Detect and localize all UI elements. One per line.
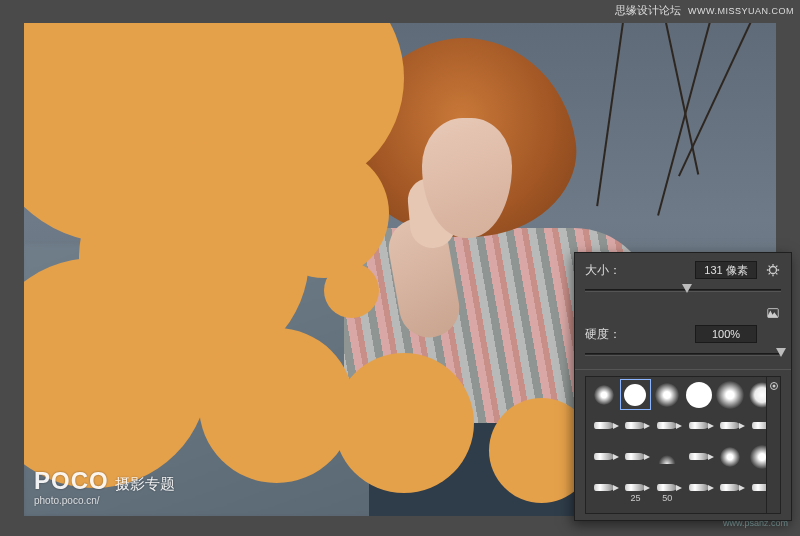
brush-tip-icon	[689, 422, 709, 429]
brush-preset[interactable]	[621, 380, 651, 409]
brush-preset[interactable]	[621, 411, 651, 440]
brush-tip-icon	[689, 453, 709, 460]
hardness-label: 硬度：	[585, 326, 695, 343]
brush-tip-icon	[594, 484, 614, 491]
brush-preset[interactable]	[684, 473, 714, 502]
brush-tip-icon	[625, 422, 645, 429]
svg-point-3	[772, 385, 775, 388]
brush-tip-icon	[689, 484, 709, 491]
slider-track	[585, 353, 781, 356]
new-preset-icon[interactable]	[765, 305, 781, 321]
brush-preset[interactable]	[621, 442, 651, 471]
brush-preset[interactable]	[652, 411, 682, 440]
hardness-input[interactable]: 100%	[695, 325, 757, 343]
brush-tip-icon	[720, 447, 740, 467]
poco-brand: POCO	[34, 467, 109, 494]
brush-preset[interactable]: 25	[621, 473, 651, 502]
preset-size-label: 50	[652, 493, 682, 503]
watermark-top-cn: 思缘设计论坛	[615, 4, 681, 16]
brush-preset[interactable]	[684, 411, 714, 440]
brush-tip-icon	[624, 384, 646, 406]
brush-stroke	[199, 328, 354, 483]
brush-preset[interactable]	[684, 442, 714, 471]
slider-thumb[interactable]	[776, 348, 786, 357]
brush-preset[interactable]	[589, 380, 619, 409]
hardness-slider[interactable]	[585, 347, 781, 361]
size-slider[interactable]	[585, 283, 781, 297]
brush-preset[interactable]	[589, 411, 619, 440]
brush-tip-icon	[594, 385, 614, 405]
brush-preset[interactable]	[716, 442, 746, 471]
brush-preset[interactable]	[716, 473, 746, 502]
brush-preset[interactable]	[589, 442, 619, 471]
preset-picker-button[interactable]	[766, 377, 780, 513]
brush-tip-icon	[686, 382, 712, 408]
brush-stroke	[324, 263, 379, 318]
brush-preset[interactable]	[652, 380, 682, 409]
brush-settings-panel: 大小： 131 像素 硬度： 100% 2550	[574, 252, 792, 521]
poco-url: photo.poco.cn/	[34, 495, 175, 506]
size-label: 大小：	[585, 262, 695, 279]
poco-cn: 摄影专题	[115, 475, 175, 492]
brush-preset[interactable]	[589, 473, 619, 502]
brush-tip-icon	[594, 453, 614, 460]
watermark-top-url: WWW.MISSYUAN.COM	[688, 6, 794, 16]
brush-tip-icon	[657, 450, 677, 464]
brush-presets: 2550	[585, 376, 781, 514]
brush-tip-icon	[720, 484, 740, 491]
brush-preset[interactable]	[716, 380, 746, 409]
panel-divider	[575, 369, 791, 370]
brush-stroke	[334, 353, 474, 493]
brush-tip-icon	[657, 422, 677, 429]
brush-preset[interactable]	[684, 380, 714, 409]
brush-stroke	[259, 148, 389, 278]
brush-tip-icon	[625, 484, 645, 491]
brush-tip-icon	[594, 422, 614, 429]
brush-preset[interactable]: 50	[652, 473, 682, 502]
brush-tip-icon	[720, 422, 740, 429]
slider-thumb[interactable]	[682, 284, 692, 293]
brush-tip-icon	[655, 383, 679, 407]
brush-tip-icon	[716, 381, 744, 409]
brush-tip-icon	[625, 453, 645, 460]
preset-size-label: 25	[621, 493, 651, 503]
flyout-icon[interactable]	[765, 262, 781, 278]
brush-tip-icon	[657, 484, 677, 491]
watermark-top: 思缘设计论坛 WWW.MISSYUAN.COM	[615, 3, 794, 18]
brush-preset[interactable]	[716, 411, 746, 440]
watermark-poco: POCO摄影专题 photo.poco.cn/	[34, 467, 175, 506]
svg-point-0	[770, 267, 777, 274]
brush-preset[interactable]	[652, 442, 682, 471]
size-input[interactable]: 131 像素	[695, 261, 757, 279]
